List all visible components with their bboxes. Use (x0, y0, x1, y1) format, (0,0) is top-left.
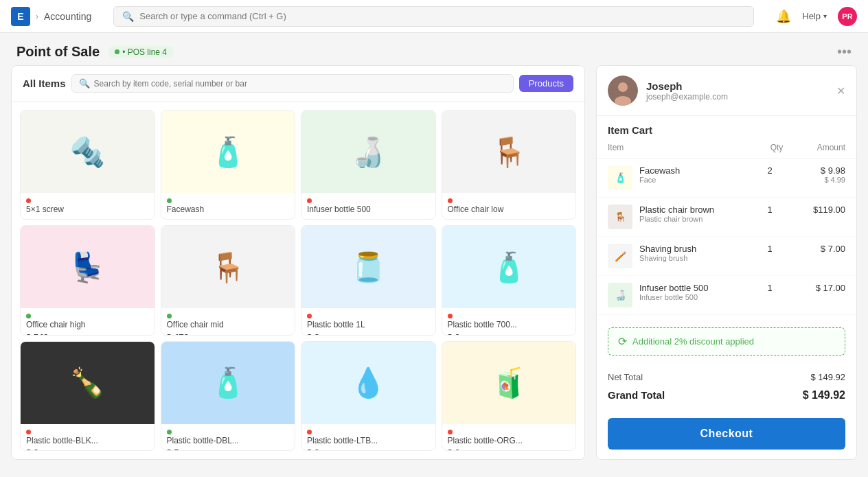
product-status (26, 314, 149, 318)
help-label: Help (802, 11, 821, 21)
discount-icon: ⟳ (618, 335, 627, 348)
product-search-input[interactable] (94, 79, 506, 89)
discount-text: Additional 2% discount applied (632, 336, 754, 347)
product-info: Infuser bottle 500 $ 17 (301, 193, 435, 220)
product-status (26, 198, 149, 203)
product-status (167, 314, 290, 318)
product-card[interactable]: 🔩 5×1 screw $ 19 (20, 110, 155, 220)
product-card[interactable]: 💺 Office chair high $ 549 (20, 225, 155, 335)
product-status-dot (167, 430, 172, 434)
cart-container: Joseph joseph@example.com ✕ Item Cart It… (596, 65, 857, 460)
product-card[interactable]: 🪑 Office chair mid $ 479 (161, 225, 296, 335)
cart-item-subname: Shaving brush (639, 254, 749, 262)
product-name: Infuser bottle 500 (307, 205, 430, 216)
product-price: $ 6 (448, 332, 571, 336)
col-header-qty: Qty (763, 143, 790, 152)
page-header: Point of Sale • POS line 4 ••• (0, 33, 868, 65)
breadcrumb[interactable]: Accounting (44, 11, 91, 22)
product-grid: 🔩 5×1 screw $ 19 🧴 Facewash $ 5 🍶 (12, 102, 584, 459)
cart-item-subname: Plastic chair brown (639, 215, 749, 223)
product-card[interactable]: 🧴 Plastic bottle 700... $ 6 (442, 225, 577, 335)
product-status (307, 314, 430, 318)
product-status (26, 430, 149, 434)
cart-title: Item Cart (597, 116, 856, 140)
topnav-right: 🔔 Help ▾ PR (776, 7, 857, 26)
product-card[interactable]: 🫙 Plastic bottle 1L $ 8 (301, 225, 436, 335)
product-status (307, 198, 430, 203)
user-avatar[interactable]: PR (838, 7, 857, 26)
product-card[interactable]: 🍶 Infuser bottle 500 $ 17 (301, 110, 436, 220)
cart-item-details: Shaving brush Shaving brush (639, 244, 749, 262)
cart-item-amount: $119.00 (790, 205, 845, 215)
product-status (448, 198, 571, 203)
app-logo[interactable]: E (11, 7, 30, 26)
cart-item-amount: $ 9.98 $ 4.99 (790, 165, 845, 184)
grand-total-row: Grand Total $ 149.92 (608, 385, 845, 406)
net-total-row: Net Total $ 149.92 (608, 369, 845, 385)
cart-item-qty: 1 (756, 283, 784, 293)
product-status-dot (448, 430, 453, 434)
top-navigation: E › Accounting 🔍 🔔 Help ▾ PR (0, 0, 868, 33)
customer-email: joseph@example.com (646, 92, 828, 102)
product-price: $ 5 (167, 447, 290, 451)
cart-item-thumbnail: 🪑 (608, 205, 632, 229)
cart-totals: Net Total $ 149.92 Grand Total $ 149.92 (597, 362, 856, 412)
net-total-label: Net Total (608, 372, 643, 382)
product-card[interactable]: 🪑 Office chair low $ 450 (442, 110, 577, 220)
customer-info: Joseph joseph@example.com (646, 80, 828, 102)
grand-total-label: Grand Total (608, 389, 665, 402)
product-card[interactable]: 🧃 Plastic bottle-ORG... $ 6 (442, 341, 577, 451)
product-status-dot (26, 430, 31, 434)
product-status-dot (167, 198, 172, 203)
product-status-dot (307, 314, 312, 318)
svg-point-1 (618, 82, 628, 92)
cart-item-thumbnail: 🪥 (608, 244, 632, 268)
pos-status-dot (115, 49, 119, 54)
product-status-dot (26, 198, 31, 203)
search-input[interactable] (139, 11, 745, 21)
breadcrumb-chevron: › (36, 12, 38, 21)
product-info: Office chair low $ 450 (442, 193, 576, 220)
product-price: $ 549 (26, 332, 149, 336)
product-card[interactable]: 🍾 Plastic bottle-BLK... $ 6 (20, 341, 155, 451)
search-icon: 🔍 (122, 11, 134, 22)
cart-item-subname: Infuser bottle 500 (639, 293, 749, 301)
close-customer-button[interactable]: ✕ (836, 84, 845, 97)
product-name: Office chair high (26, 320, 149, 331)
main-layout: All Items 🔍 Products 🔩 5×1 screw $ 19 🧴 (0, 65, 868, 471)
cart-item[interactable]: 🪥 Shaving brush Shaving brush 1 $ 7.00 (597, 237, 856, 276)
notification-bell-icon[interactable]: 🔔 (776, 9, 791, 24)
product-card[interactable]: 🧴 Facewash $ 5 (161, 110, 296, 220)
product-browser-header: All Items 🔍 Products (12, 66, 584, 102)
product-image: 🪑 (161, 226, 295, 308)
cart-item[interactable]: 🍶 Infuser bottle 500 Infuser bottle 500 … (597, 276, 856, 315)
global-search-bar[interactable]: 🔍 (113, 6, 754, 27)
product-price: $ 17 (307, 217, 430, 220)
product-image: 🍶 (301, 110, 435, 193)
product-price: $ 479 (167, 332, 290, 336)
cart-item[interactable]: 🧴 Facewash Face 2 $ 9.98 $ 4.99 (597, 159, 856, 198)
filter-products-button[interactable]: Products (519, 75, 573, 92)
customer-name: Joseph (646, 80, 828, 92)
product-name: Plastic bottle-ORG... (448, 436, 571, 447)
checkout-button[interactable]: Checkout (608, 418, 845, 450)
cart-item[interactable]: 🪑 Plastic chair brown Plastic chair brow… (597, 198, 856, 237)
product-card[interactable]: 💧 Plastic bottle-LTB... $ 3 (301, 341, 436, 451)
product-price: $ 8 (307, 332, 430, 336)
product-card[interactable]: 🧴 Plastic bottle-DBL... $ 5 (161, 341, 296, 451)
product-status (307, 430, 430, 434)
product-search-bar[interactable]: 🔍 (71, 74, 514, 93)
product-image: 🧴 (161, 342, 295, 424)
help-menu[interactable]: Help ▾ (802, 11, 827, 21)
cart-item-name: Plastic chair brown (639, 205, 749, 215)
product-name: 5×1 screw (26, 205, 149, 216)
all-items-title: All Items (23, 78, 66, 89)
product-name: Plastic bottle 700... (448, 320, 571, 331)
pos-badge-label: • POS line 4 (122, 47, 167, 57)
product-info: Plastic bottle-DBL... $ 5 (161, 424, 295, 451)
product-status-dot (448, 198, 453, 203)
product-status-dot (26, 314, 31, 318)
product-browser-panel: All Items 🔍 Products 🔩 5×1 screw $ 19 🧴 (11, 65, 585, 460)
product-image: 🔩 (21, 110, 155, 193)
more-options-button[interactable]: ••• (837, 44, 852, 60)
